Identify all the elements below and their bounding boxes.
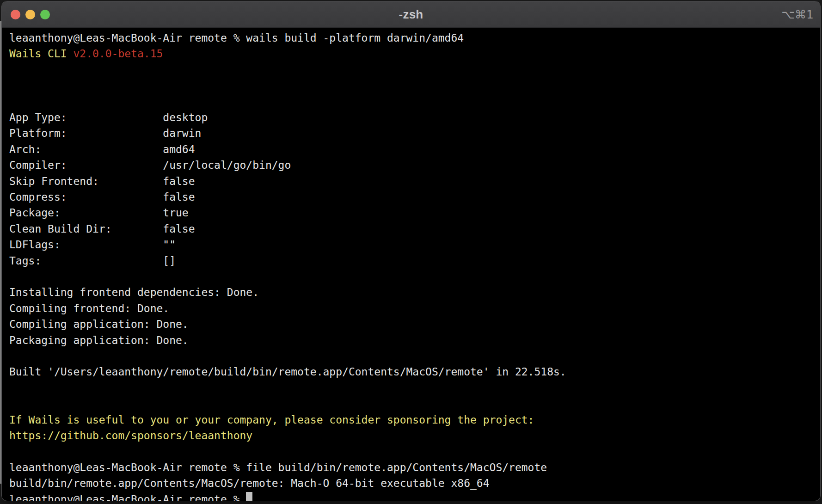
text-segment: Built '/Users/leaanthony/remote/build/bi… (9, 366, 566, 378)
terminal-line: App Type:desktop (9, 110, 816, 125)
terminal-output[interactable]: leaanthony@Leas-MacBook-Air remote % wai… (2, 28, 820, 501)
text-segment: LDFlags: (9, 237, 163, 252)
terminal-window: -zsh ⌥⌘1 leaanthony@Leas-MacBook-Air rem… (1, 1, 821, 501)
text-segment: Skip Frontend: (9, 173, 163, 189)
terminal-line: LDFlags:"" (9, 237, 816, 252)
terminal-cursor (246, 492, 252, 501)
sponsor-url[interactable]: https://github.com/sponsors/leaanthony (9, 430, 252, 442)
text-segment: Installing frontend dependencies: Done. (9, 286, 259, 298)
terminal-line: Compress:false (9, 189, 816, 205)
terminal-line: https://github.com/sponsors/leaanthony (9, 428, 816, 443)
text-segment: "" (163, 239, 176, 251)
text-segment: Compiling frontend: Done. (9, 302, 169, 314)
text-segment: If Wails is useful to you or your compan… (9, 414, 534, 426)
window-title: -zsh (399, 7, 423, 22)
text-segment: Compress: (9, 189, 163, 205)
window-controls (11, 1, 50, 27)
terminal-line: leaanthony@Leas-MacBook-Air remote % (9, 492, 816, 501)
terminal-line: Wails CLI v2.0.0-beta.15 (9, 46, 816, 61)
terminal-line: Skip Frontend:false (9, 173, 816, 189)
close-button[interactable] (11, 10, 20, 19)
zoom-button[interactable] (40, 10, 50, 19)
text-segment: leaanthony@Leas-MacBook-Air remote % fil… (9, 461, 547, 473)
text-segment: [] (163, 255, 176, 267)
text-segment: Compiler: (9, 157, 163, 173)
terminal-line: leaanthony@Leas-MacBook-Air remote % wai… (9, 30, 816, 46)
text-segment: Platform: (9, 125, 163, 141)
text-segment: true (163, 207, 188, 219)
text-segment: Packaging application: Done. (9, 334, 189, 346)
text-segment: leaanthony@Leas-MacBook-Air remote % (9, 493, 246, 501)
terminal-line (9, 348, 816, 364)
terminal-line: Compiler:/usr/local/go/bin/go (9, 157, 816, 173)
terminal-line: Clean Build Dir:false (9, 221, 816, 237)
terminal-line: Package:true (9, 205, 816, 221)
terminal-line (9, 443, 816, 459)
terminal-line (9, 78, 816, 93)
text-segment: Wails CLI (9, 48, 73, 60)
text-segment: amd64 (163, 143, 195, 155)
window-titlebar[interactable]: -zsh ⌥⌘1 (2, 1, 820, 28)
text-segment: false (163, 175, 195, 187)
terminal-line: Compiling frontend: Done. (9, 301, 816, 316)
terminal-line (9, 269, 816, 284)
text-segment: Compiling application: Done. (9, 318, 189, 330)
text-segment: leaanthony@Leas-MacBook-Air remote % wai… (9, 32, 464, 44)
text-segment: desktop (163, 111, 208, 123)
tab-shortcut-hint: ⌥⌘1 (781, 1, 814, 27)
text-segment: false (163, 191, 195, 203)
text-segment: false (163, 223, 195, 235)
terminal-line: Tags:[] (9, 253, 816, 269)
text-segment: darwin (163, 127, 201, 139)
terminal-line (9, 94, 816, 110)
text-segment: /usr/local/go/bin/go (163, 159, 291, 171)
text-segment: App Type: (9, 110, 163, 125)
text-segment: v2.0.0-beta.15 (73, 48, 163, 60)
text-segment: Tags: (9, 253, 163, 269)
terminal-line: If Wails is useful to you or your compan… (9, 412, 816, 428)
terminal-line: Platform:darwin (9, 125, 816, 141)
terminal-line: Packaging application: Done. (9, 332, 816, 348)
text-segment: Clean Build Dir: (9, 221, 163, 237)
terminal-line (9, 396, 816, 412)
terminal-line (9, 62, 816, 78)
terminal-line: Installing frontend dependencies: Done. (9, 284, 816, 300)
terminal-line: build/bin/remote.app/Contents/MacOS/remo… (9, 475, 816, 491)
terminal-line: Compiling application: Done. (9, 316, 816, 332)
terminal-line (9, 380, 816, 396)
text-segment: Package: (9, 205, 163, 221)
terminal-line: leaanthony@Leas-MacBook-Air remote % fil… (9, 460, 816, 475)
terminal-line: Built '/Users/leaanthony/remote/build/bi… (9, 364, 816, 380)
minimize-button[interactable] (25, 10, 35, 19)
terminal-line: Arch:amd64 (9, 141, 816, 157)
text-segment: build/bin/remote.app/Contents/MacOS/remo… (9, 477, 490, 489)
text-segment: Arch: (9, 141, 163, 157)
